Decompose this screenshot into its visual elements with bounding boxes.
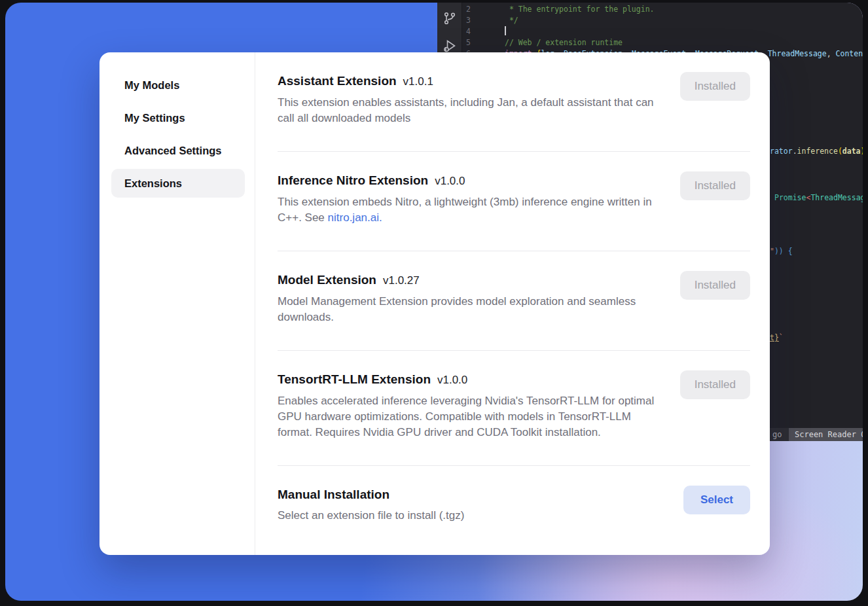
code-comment: * The entrypoint for the plugin.	[505, 5, 654, 14]
settings-sidebar: My Models My Settings Advanced Settings …	[99, 52, 255, 555]
text-cursor	[505, 26, 506, 35]
extension-name: Inference Nitro Extensionv1.0.0	[278, 171, 660, 190]
sidebar-item-label: Extensions	[124, 177, 182, 189]
screenshot-stage: 2 * The entrypoint for the plugin. 3 */ …	[0, 0, 868, 606]
extension-row-tensorrt-llm: TensortRT-LLM Extensionv1.0.0 Enables ac…	[278, 351, 750, 465]
sidebar-item-label: Advanced Settings	[124, 145, 222, 156]
status-item-screen-reader[interactable]: Screen Reader Optimized	[789, 428, 863, 441]
line-number: 3	[461, 15, 471, 26]
installed-button[interactable]: Installed	[680, 171, 750, 200]
code-comment: // Web / extension runtime	[505, 38, 623, 47]
extension-description: Select an extension file to install (.tg…	[278, 508, 464, 524]
code-lines: 2 * The entrypoint for the plugin. 3 */ …	[461, 4, 863, 60]
extension-row-model: Model Extensionv1.0.27 Model Management …	[278, 251, 750, 350]
extension-version: v1.0.1	[403, 75, 433, 88]
line-number: 5	[461, 37, 471, 48]
extension-version: v1.0.0	[437, 374, 467, 386]
code-comment: */	[505, 16, 518, 25]
sidebar-item-my-models[interactable]: My Models	[111, 71, 245, 99]
extension-row-inference-nitro: Inference Nitro Extensionv1.0.0 This ext…	[278, 152, 750, 251]
status-item-go: go	[772, 428, 782, 441]
extension-description: This extension embeds Nitro, a lightweig…	[278, 194, 660, 226]
sidebar-item-label: My Models	[124, 79, 179, 91]
nitro-jan-ai-link[interactable]: nitro.jan.ai.	[328, 211, 382, 224]
code-line: 2 * The entrypoint for the plugin.	[461, 4, 863, 15]
code-fragment: rator.inference(data));	[770, 147, 863, 156]
desktop-background: 2 * The entrypoint for the plugin. 3 */ …	[5, 3, 863, 601]
extension-description: This extension enables assistants, inclu…	[278, 95, 660, 126]
extension-row-manual-installation: Manual Installation Select an extension …	[278, 466, 750, 548]
extension-row-assistant: Assistant Extensionv1.0.1 This extension…	[278, 52, 750, 151]
code-fragment: Promise<ThreadMessage>	[774, 193, 863, 202]
sidebar-item-advanced-settings[interactable]: Advanced Settings	[111, 136, 245, 165]
installed-button[interactable]: Installed	[680, 271, 750, 300]
extensions-list: Assistant Extensionv1.0.1 This extension…	[278, 52, 750, 548]
line-number: 2	[461, 4, 471, 15]
extension-version: v1.0.27	[383, 274, 420, 287]
source-control-icon[interactable]	[442, 10, 458, 26]
sidebar-item-extensions[interactable]: Extensions	[111, 169, 245, 198]
extension-name: Model Extensionv1.0.27	[278, 271, 660, 290]
settings-modal: My Models My Settings Advanced Settings …	[99, 52, 770, 555]
sidebar-item-label: My Settings	[124, 112, 185, 124]
select-button[interactable]: Select	[683, 486, 750, 514]
extension-version: v1.0.0	[435, 175, 465, 187]
extension-name: TensortRT-LLM Extensionv1.0.0	[278, 370, 660, 389]
extension-description: Model Management Extension provides mode…	[278, 294, 660, 325]
code-line: 5// Web / extension runtime	[461, 37, 863, 48]
extension-name: Manual Installation	[278, 486, 464, 504]
extension-name: Assistant Extensionv1.0.1	[278, 72, 660, 91]
code-line: 3 */	[461, 15, 863, 26]
installed-button[interactable]: Installed	[680, 72, 750, 101]
run-and-debug-icon[interactable]	[442, 38, 458, 54]
extension-description: Enables accelerated inference leveraging…	[278, 393, 660, 440]
code-fragment: t}`	[770, 333, 784, 342]
line-number: 4	[461, 26, 471, 37]
code-fragment: ")) {	[770, 247, 793, 256]
sidebar-item-my-settings[interactable]: My Settings	[111, 103, 245, 132]
installed-button[interactable]: Installed	[680, 370, 750, 399]
code-line: 4	[461, 26, 863, 37]
